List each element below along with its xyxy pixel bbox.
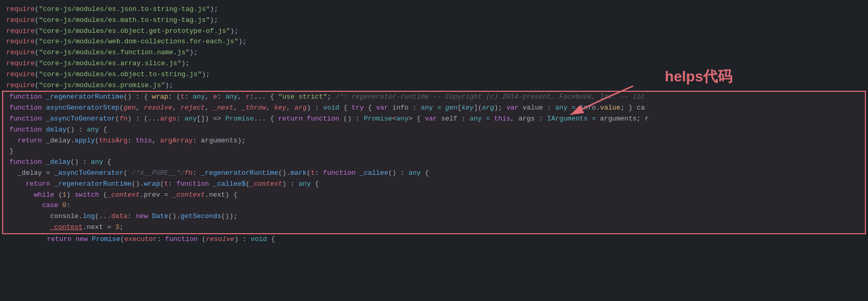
code-line: require("core-js/modules/es.json.to-stri… xyxy=(0,4,868,15)
code-line: _context.next = 3; xyxy=(3,222,865,233)
code-line: require("core-js/modules/es.array.slice.… xyxy=(0,58,868,69)
code-line: require("core-js/modules/web.dom-collect… xyxy=(0,37,868,47)
code-line: require("core-js/modules/es.object.to-st… xyxy=(0,69,868,80)
code-line: require("core-js/modules/es.function.nam… xyxy=(0,47,868,58)
code-line: case 0: xyxy=(3,200,865,211)
code-line: function delay() : any { xyxy=(3,125,865,136)
code-line: require("core-js/modules/es.object.get-p… xyxy=(0,26,868,37)
code-line: } xyxy=(3,146,865,157)
code-line: console.log(...data: new Date().getSecon… xyxy=(3,211,865,222)
code-line: while (1) switch (_context.prev = _conte… xyxy=(3,190,865,201)
code-line: function _delay() : any { xyxy=(3,157,865,168)
code-line: function _asyncToGenerator(fn) : (...arg… xyxy=(3,114,865,125)
code-line: function asyncGeneratorStep(gen, resolve… xyxy=(3,103,865,114)
code-line: function _regeneratorRuntime() : { wrap:… xyxy=(3,92,865,103)
code-line: require("core-js/modules/es.math.to-stri… xyxy=(0,15,868,26)
code-line: return _regeneratorRuntime().wrap(t: fun… xyxy=(3,179,865,190)
code-line: return _delay.apply(thisArg: this, argAr… xyxy=(3,136,865,147)
highlighted-code-block: function _regeneratorRuntime() : { wrap:… xyxy=(2,91,866,234)
code-line: require("core-js/modules/es.promise.js")… xyxy=(0,80,868,91)
code-editor: require("core-js/modules/es.json.to-stri… xyxy=(0,0,868,249)
code-line: _delay = _asyncToGenerator( /*#__PURE__*… xyxy=(3,168,865,179)
code-line: return new Promise(executor: function (r… xyxy=(0,234,868,245)
